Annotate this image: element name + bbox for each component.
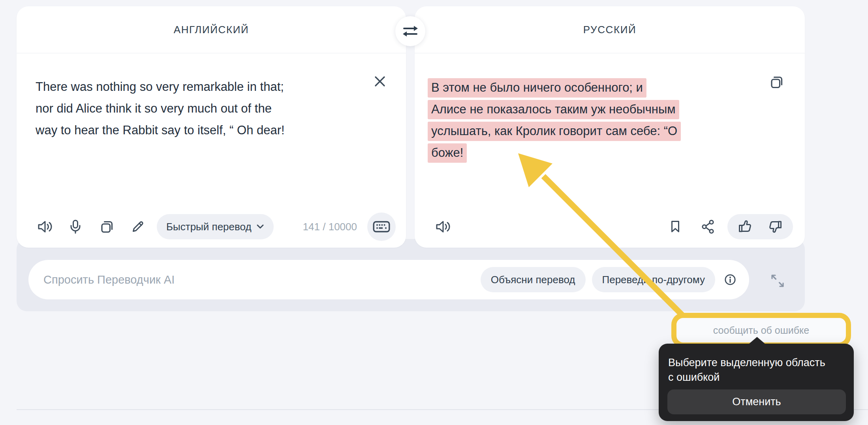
source-panel: АНГЛИЙСКИЙ There was nothing so very rem…	[17, 6, 406, 248]
highlighted-translation-line[interactable]: В этом не было ничего особенного; и	[428, 78, 646, 98]
chip-translate-differently[interactable]: Переведи по-другому	[592, 267, 715, 292]
ask-ai-bar: Объясни перевод Переведи по-другому	[17, 239, 805, 311]
source-toolbar: Быстрый перевод 141 / 10000	[36, 212, 396, 241]
cancel-button[interactable]: Отменить	[667, 389, 846, 414]
source-text-line: nor did Alice think it so very much out …	[36, 99, 272, 118]
copy-icon	[768, 74, 784, 90]
ask-ai-input[interactable]	[28, 273, 474, 287]
translator-page: Объясни перевод Переведи по-другому АНГЛ…	[0, 0, 868, 425]
ask-ai-input-wrap: Объясни перевод Переведи по-другому	[28, 260, 749, 299]
char-counter: 141 / 10000	[303, 221, 357, 233]
share-icon[interactable]	[700, 218, 717, 235]
swap-arrows-icon	[402, 24, 419, 38]
source-text-line: There was nothing so very remarkable in …	[36, 77, 284, 97]
translation-text-area: В этом не было ничего особенного; иАлисе…	[415, 59, 805, 165]
report-error-tooltip: Выберите выделенную область с ошибкой От…	[659, 344, 854, 421]
microphone-icon[interactable]	[67, 218, 84, 235]
target-panel-header: РУССКИЙ	[415, 6, 805, 53]
keyboard-button[interactable]	[367, 212, 396, 241]
source-language-label[interactable]: АНГЛИЙСКИЙ	[174, 24, 249, 36]
chevron-down-icon	[256, 224, 264, 229]
speaker-icon[interactable]	[434, 218, 451, 235]
source-text-area[interactable]: There was nothing so very remarkable in …	[17, 59, 406, 143]
target-language-label[interactable]: РУССКИЙ	[583, 24, 637, 36]
edit-pencil-icon[interactable]	[129, 218, 147, 235]
clear-source-button[interactable]	[371, 73, 389, 90]
copy-translation-button[interactable]	[768, 73, 785, 91]
source-panel-header: АНГЛИЙСКИЙ	[17, 6, 406, 53]
report-error-label: сообщить об ошибке	[713, 325, 809, 336]
source-text-line: way to hear the Rabbit say to itself, “ …	[36, 121, 285, 140]
copy-source-icon[interactable]	[98, 218, 115, 235]
bookmark-icon[interactable]	[667, 218, 684, 235]
target-panel: РУССКИЙ В этом не было ничего особенного…	[415, 6, 805, 248]
thumbs-down-icon[interactable]	[767, 218, 784, 235]
highlighted-translation-line[interactable]: Алисе не показалось таким уж необычным	[428, 100, 679, 119]
thumbs-up-icon[interactable]	[736, 218, 753, 235]
translation-mode-label: Быстрый перевод	[166, 221, 252, 233]
swap-languages-button[interactable]	[395, 16, 425, 46]
highlighted-translation-line[interactable]: боже!	[428, 143, 467, 163]
translation-mode-dropdown[interactable]: Быстрый перевод	[157, 214, 274, 239]
expand-icon[interactable]	[768, 272, 787, 290]
speaker-icon[interactable]	[36, 218, 53, 235]
highlighted-translation-line[interactable]: услышать, как Кролик говорит сам себе: “…	[428, 122, 681, 141]
keyboard-icon	[373, 220, 390, 233]
tooltip-message: Выберите выделенную область с ошибкой	[668, 355, 844, 385]
chip-explain-translation[interactable]: Объясни перевод	[481, 267, 586, 292]
info-icon[interactable]	[721, 271, 739, 288]
rate-translation-pill	[727, 214, 793, 239]
target-toolbar	[434, 212, 793, 241]
